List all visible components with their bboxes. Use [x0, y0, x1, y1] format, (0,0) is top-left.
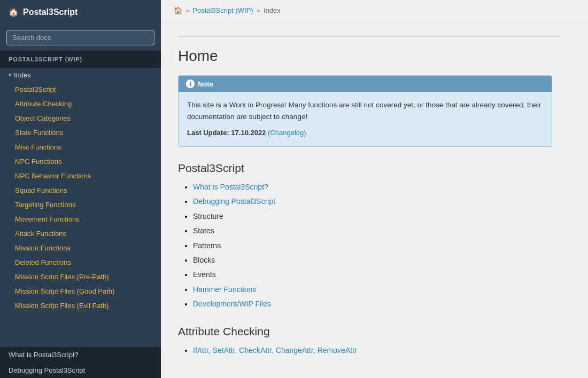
sidebar-item-movement-functions[interactable]: Movement Functions [0, 212, 161, 226]
list-item: Patterns [193, 240, 561, 251]
sidebar-item-debugging[interactable]: Debugging Postal3Script [0, 363, 161, 378]
nav-label: Squad Functions [15, 186, 67, 194]
attribute-checking-list: IfAttr, SetAttr, CheckAttr, ChangeAttr, … [178, 344, 561, 356]
sidebar-item-npc-functions[interactable]: NPC Functions [0, 154, 161, 169]
nav-label: Targeting Functions [15, 201, 75, 209]
nav-label: Misc Functions [15, 143, 61, 151]
nav-section-header: POSTAL3SCRIPT (WIP) [0, 51, 161, 68]
events-text: Events [193, 270, 216, 279]
section-title-postal3script: Postal3Script [178, 162, 561, 175]
note-box: ℹ Note This site is a Work in Progress! … [178, 75, 552, 147]
note-last-update: Last Update: 17.10.2022 (Changelog) [187, 128, 543, 139]
sidebar-item-what-is[interactable]: What is Postal3Script? [0, 347, 161, 363]
bottom-nav-label: What is Postal3Script? [9, 351, 79, 359]
breadcrumb-sep2: » [257, 6, 260, 14]
breadcrumb-current: Index [264, 6, 281, 14]
patterns-text: Patterns [193, 241, 221, 250]
nav-label: NPC Functions [15, 158, 61, 166]
sidebar-header[interactable]: 🏠 Postal3Script [0, 0, 161, 25]
sidebar-item-deleted-functions[interactable]: Deleted Functions [0, 255, 161, 270]
debugging-link[interactable]: Debugging Postal3Script [193, 197, 275, 206]
note-body: This site is a Work in Progress! Many fu… [179, 92, 552, 146]
list-item: Debugging Postal3Script [193, 195, 561, 207]
nav-label: NPC Behavior Functions [15, 172, 91, 180]
content-area: Home ℹ Note This site is a Work in Progr… [161, 21, 578, 374]
nav-label: Deleted Functions [15, 258, 71, 266]
sidebar: 🏠 Postal3Script POSTAL3SCRIPT (WIP) ▾ In… [0, 0, 161, 378]
sidebar-item-attack-functions[interactable]: Attack Functions [0, 226, 161, 241]
list-item: Structure [193, 210, 561, 222]
list-item: Hammer Functions [193, 284, 561, 295]
breadcrumb-home[interactable]: 🏠 [174, 6, 182, 14]
page-title: Home [178, 48, 561, 65]
nav-label: Mission Script Files (Evil Path) [15, 302, 109, 310]
nav-label: Movement Functions [15, 215, 80, 223]
attr-funcs-link[interactable]: IfAttr, SetAttr, CheckAttr, ChangeAttr, … [193, 346, 357, 355]
nav-label: Attribute Checking [15, 100, 72, 108]
list-item: Blocks [193, 254, 561, 266]
sidebar-item-mission-script-good[interactable]: Mission Script Files (Good Path) [0, 284, 161, 298]
top-divider [178, 36, 561, 37]
nav-label: Mission Functions [15, 244, 71, 252]
nav-label: Mission Script Files (Good Path) [15, 287, 114, 295]
index-label: Index [14, 71, 31, 79]
list-item: Events [193, 269, 561, 280]
sidebar-item-misc-functions[interactable]: Misc Functions [0, 140, 161, 154]
sidebar-item-npc-behavior-functions[interactable]: NPC Behavior Functions [0, 169, 161, 183]
sidebar-item-mission-script-evil[interactable]: Mission Script Files (Evil Path) [0, 298, 161, 313]
list-item: Development/WIP Files [193, 298, 561, 310]
list-item: IfAttr, SetAttr, CheckAttr, ChangeAttr, … [193, 344, 561, 356]
main-content: 🏠 » Postal3Script (WIP) » Index Home ℹ N… [161, 0, 588, 378]
list-item: What is Postal3Script? [193, 181, 561, 193]
structure-text: Structure [193, 212, 223, 220]
nav-tree: ▾ Index Postal3Script Attribute Checking… [0, 68, 161, 347]
breadcrumb: 🏠 » Postal3Script (WIP) » Index [161, 0, 588, 21]
nav-label: Attack Functions [15, 230, 66, 238]
changelog-link[interactable]: (Changelog) [268, 129, 306, 137]
section-title-attribute-checking: Attribute Checking [178, 325, 561, 338]
note-header: ℹ Note [179, 76, 552, 92]
search-container [0, 25, 161, 51]
home-icon: 🏠 [9, 7, 19, 17]
note-text: This site is a Work in Progress! Many fu… [187, 99, 543, 122]
sidebar-item-state-functions[interactable]: State Functions [0, 125, 161, 140]
sidebar-title: Postal3Script [23, 7, 78, 17]
postal3script-list: What is Postal3Script? Debugging Postal3… [178, 181, 561, 310]
development-wip-link[interactable]: Development/WIP Files [193, 300, 271, 308]
bottom-nav-label: Debugging Postal3Script [9, 366, 85, 374]
sidebar-item-index[interactable]: ▾ Index [0, 68, 161, 82]
sidebar-item-attribute-checking[interactable]: Attribute Checking [0, 97, 161, 111]
what-is-link[interactable]: What is Postal3Script? [193, 183, 268, 191]
nav-label: Object Categories [15, 114, 71, 122]
list-item: States [193, 225, 561, 237]
sidebar-item-object-categories[interactable]: Object Categories [0, 111, 161, 125]
breadcrumb-sep: » [185, 6, 189, 14]
nav-label: State Functions [15, 129, 63, 137]
nav-label: Mission Script Files (Pre-Path) [15, 273, 109, 281]
hammer-functions-link[interactable]: Hammer Functions [193, 285, 256, 294]
bottom-nav: What is Postal3Script? Debugging Postal3… [0, 347, 161, 378]
search-input[interactable] [6, 30, 154, 45]
info-icon: ℹ [186, 80, 195, 88]
states-text: States [193, 226, 214, 235]
sidebar-item-squad-functions[interactable]: Squad Functions [0, 183, 161, 198]
sidebar-item-mission-functions[interactable]: Mission Functions [0, 241, 161, 255]
note-label: Note [198, 80, 213, 88]
sidebar-item-targeting-functions[interactable]: Targeting Functions [0, 198, 161, 212]
nav-label: Postal3Script [15, 85, 56, 93]
blocks-text: Blocks [193, 256, 215, 264]
sidebar-item-postal3script[interactable]: Postal3Script [0, 82, 161, 97]
sidebar-item-mission-script-pre[interactable]: Mission Script Files (Pre-Path) [0, 270, 161, 284]
breadcrumb-wip[interactable]: Postal3Script (WIP) [192, 6, 253, 14]
expand-icon: ▾ [9, 72, 11, 78]
